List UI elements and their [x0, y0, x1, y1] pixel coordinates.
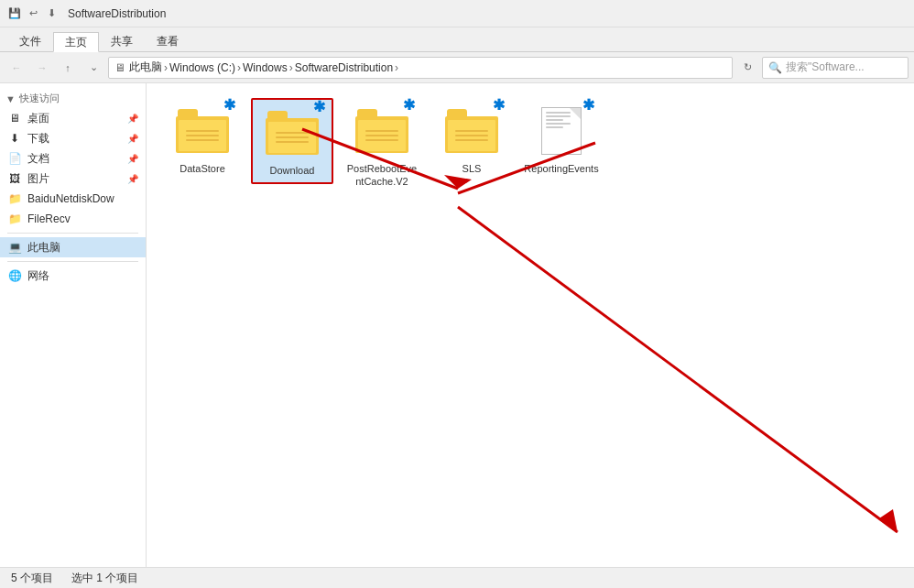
- thispc-icon: 💻: [7, 240, 22, 255]
- postreboot-icon-wrap: ✱: [353, 103, 411, 158]
- address-path[interactable]: 🖥 此电脑 › Windows (C:) › Windows › Softwar…: [108, 57, 733, 79]
- tab-view[interactable]: 查看: [145, 31, 190, 51]
- sidebar-item-network[interactable]: 🌐 网络: [0, 266, 146, 286]
- back-button[interactable]: ←: [5, 57, 27, 79]
- sidebar-divider-1: [7, 233, 138, 234]
- download-icon-wrap: ✱: [263, 105, 321, 160]
- datastore-icon-wrap: ✱: [173, 103, 232, 158]
- forward-button[interactable]: →: [31, 57, 53, 79]
- path-windows: Windows: [243, 61, 288, 74]
- datastore-label: DataStore: [180, 162, 225, 175]
- path-c: Windows (C:): [169, 61, 235, 74]
- sls-compress-icon: ✱: [493, 98, 505, 113]
- search-placeholder: 搜索"Software...: [786, 60, 865, 75]
- file-item-download[interactable]: ✱ Download: [251, 98, 333, 184]
- file-item-datastore[interactable]: ✱ DataStore: [161, 98, 244, 180]
- up-button[interactable]: ↑: [57, 57, 79, 79]
- sidebar-item-downloads[interactable]: ⬇ 下载 📌: [0, 128, 146, 148]
- sidebar-label-network: 网络: [27, 268, 138, 284]
- quick-access-label: 快速访问: [19, 92, 60, 105]
- ribbon-tabs: 文件 主页 共享 查看: [0, 27, 914, 51]
- item-count: 5 个项目: [11, 571, 53, 586]
- svg-marker-3: [879, 509, 898, 532]
- undo-icon[interactable]: ↩: [26, 6, 40, 21]
- title-bar: 💾 ↩ ⬇ SoftwareDistribution: [0, 0, 914, 27]
- title-bar-icons: 💾 ↩ ⬇: [7, 6, 59, 21]
- sidebar-divider-2: [7, 261, 138, 262]
- reportingevents-doc-icon: [541, 107, 582, 155]
- network-icon: 🌐: [7, 268, 22, 283]
- pin-icon-desktop: 📌: [127, 114, 138, 124]
- tab-file[interactable]: 文件: [7, 31, 53, 51]
- folder-icon-filerecv: 📁: [7, 212, 22, 226]
- address-bar: ← → ↑ ⌄ 🖥 此电脑 › Windows (C:) › Windows ›…: [0, 52, 914, 83]
- content-area: ✱ DataStore: [147, 83, 914, 567]
- sidebar-label-thispc: 此电脑: [27, 240, 138, 256]
- reportingevents-compress-icon: ✱: [582, 98, 594, 113]
- sidebar-item-filerecv[interactable]: 📁 FileRecv: [0, 209, 146, 229]
- refresh-button[interactable]: ↻: [736, 57, 758, 79]
- sidebar-item-documents[interactable]: 📄 文档 📌: [0, 148, 146, 169]
- sidebar: ▼ 快速访问 🖥 桌面 📌 ⬇ 下载 📌 📄 文档 📌 🖼 图片 📌 📁 Bai…: [0, 83, 147, 567]
- selected-count: 选中 1 个项目: [71, 571, 138, 586]
- main-layout: ▼ 快速访问 🖥 桌面 📌 ⬇ 下载 📌 📄 文档 📌 🖼 图片 📌 📁 Bai…: [0, 83, 914, 567]
- tab-share[interactable]: 共享: [99, 31, 145, 51]
- documents-icon: 📄: [7, 151, 22, 166]
- path-softdist: SoftwareDistribution: [295, 61, 393, 74]
- file-item-reportingevents[interactable]: ✱ ReportingEvents: [520, 98, 603, 180]
- svg-line-2: [458, 207, 898, 532]
- file-grid: ✱ DataStore: [161, 98, 899, 194]
- sidebar-label-documents: 文档: [27, 151, 122, 167]
- sidebar-item-thispc[interactable]: 💻 此电脑: [0, 237, 146, 257]
- tab-home[interactable]: 主页: [53, 32, 99, 52]
- sidebar-item-baidu[interactable]: 📁 BaiduNetdiskDow: [0, 189, 146, 209]
- file-item-sls[interactable]: ✱ SLS: [430, 98, 513, 180]
- sidebar-label-pictures: 图片: [27, 171, 122, 187]
- downloads-icon: ⬇: [7, 131, 22, 146]
- status-bar: 5 个项目 选中 1 个项目: [0, 567, 914, 588]
- reportingevents-label: ReportingEvents: [524, 162, 598, 175]
- sidebar-label-downloads: 下载: [27, 131, 122, 147]
- window-title: SoftwareDistribution: [68, 7, 166, 20]
- pictures-icon: 🖼: [7, 171, 22, 186]
- sidebar-label-baidu: BaiduNetdiskDow: [27, 192, 138, 205]
- datastore-folder-icon: [176, 109, 229, 153]
- quick-access-header[interactable]: ▼ 快速访问: [0, 89, 146, 108]
- postreboot-folder-icon: [355, 109, 408, 153]
- download-label: Download: [270, 164, 315, 177]
- save-icon[interactable]: 💾: [7, 6, 22, 21]
- sls-label: SLS: [462, 162, 482, 175]
- download-folder-icon: [266, 111, 319, 155]
- sidebar-label-filerecv: FileRecv: [27, 212, 138, 225]
- desktop-icon: 🖥: [7, 111, 22, 125]
- path-thispc: 此电脑: [129, 60, 162, 75]
- folder-icon-baidu: 📁: [7, 191, 22, 206]
- sidebar-item-pictures[interactable]: 🖼 图片 📌: [0, 169, 146, 189]
- download-compress-icon: ✱: [313, 100, 325, 114]
- search-box[interactable]: 🔍 搜索"Software...: [762, 57, 909, 79]
- sls-icon-wrap: ✱: [442, 103, 501, 158]
- sls-folder-icon: [445, 109, 498, 153]
- pin-icon-documents: 📌: [127, 154, 138, 164]
- reportingevents-icon-wrap: ✱: [532, 103, 591, 158]
- pin-icon-downloads: 📌: [127, 134, 138, 144]
- ribbon: 文件 主页 共享 查看: [0, 27, 914, 52]
- recent-locations-button[interactable]: ⌄: [82, 57, 104, 79]
- pin-icon-pictures: 📌: [127, 174, 138, 184]
- sidebar-item-desktop[interactable]: 🖥 桌面 📌: [0, 108, 146, 128]
- datastore-compress-icon: ✱: [223, 98, 235, 113]
- file-item-postreboot[interactable]: ✱ PostRebootEventCache.V2: [341, 98, 423, 194]
- postreboot-label: PostRebootEventCache.V2: [344, 162, 419, 189]
- sidebar-label-desktop: 桌面: [27, 111, 122, 126]
- postreboot-compress-icon: ✱: [403, 98, 415, 113]
- properties-icon[interactable]: ⬇: [44, 6, 59, 21]
